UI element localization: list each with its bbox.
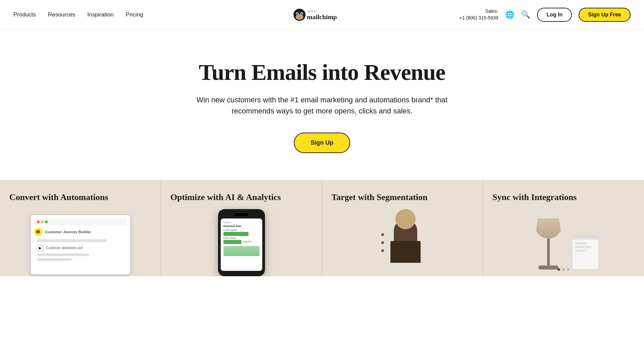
nav-left: Products Resources Inspiration Pricing [13, 11, 143, 18]
feature-ai-analytics: Optimize with AI & Analytics Reports Sea… [161, 180, 322, 276]
nav-item-inspiration[interactable]: Inspiration [87, 11, 113, 18]
nav-item-pricing[interactable]: Pricing [126, 11, 143, 18]
card-mockup [572, 236, 599, 270]
sales-info: Sales: +1 (800) 315-5939 [460, 8, 498, 21]
svg-point-4 [297, 13, 298, 15]
laptop-mockup: M Customer Journey Builder ▶ Customer ab… [30, 214, 131, 275]
carousel-dot-2[interactable] [562, 268, 565, 271]
nav-right: Sales: +1 (800) 315-5939 🌐 🔍 Log In Sign… [460, 8, 631, 22]
hero-subtitle: Win new customers with the #1 email mark… [191, 94, 453, 116]
feature-image-ai: Reports Seasonal Sale 7,326 Opens 4,631 … [170, 209, 312, 276]
feature-title-ai: Optimize with AI & Analytics [170, 192, 312, 202]
carousel-dot-1[interactable] [557, 268, 560, 271]
login-button[interactable]: Log In [537, 8, 572, 22]
cjb-label: Customer Journey Builder [45, 230, 91, 234]
search-icon[interactable]: 🔍 [521, 10, 530, 19]
cart-label: Customer abandons cart [46, 246, 83, 250]
hero-section: Turn Emails into Revenue Win new custome… [0, 30, 644, 180]
mini-chart [223, 246, 260, 256]
feature-segmentation: Target with Segmentation [322, 180, 483, 276]
lamp-mockup [528, 209, 569, 270]
features-section: Convert with Automations M Customer Jour… [0, 180, 644, 276]
phone-clicks: 4,631 Clicks [223, 237, 260, 239]
dot-red [37, 221, 40, 223]
phone-mockup: Reports Seasonal Sale 7,326 Opens 4,631 … [218, 209, 265, 276]
nav-item-products[interactable]: Products [13, 11, 36, 18]
feature-title-integrations: Sync with Integrations [492, 192, 635, 202]
sales-label: Sales: [460, 8, 498, 15]
navbar: Products Resources Inspiration Pricing I… [0, 0, 644, 30]
hero-title: Turn Emails into Revenue [7, 60, 637, 85]
dot-yellow [41, 221, 44, 223]
svg-point-6 [298, 15, 301, 17]
svg-point-5 [301, 13, 303, 15]
dot-green [45, 221, 48, 223]
feature-automations: Convert with Automations M Customer Jour… [0, 180, 161, 276]
phone-opens: 7,326 Opens [223, 229, 260, 231]
carousel-dots [557, 268, 570, 271]
feature-image-integrations [492, 209, 635, 270]
logo[interactable]: INTUIT mailchimp [292, 6, 352, 23]
svg-text:mailchimp: mailchimp [307, 13, 337, 20]
app-icon: M [34, 228, 42, 236]
sales-phone: +1 (800) 315-5939 [460, 15, 498, 21]
svg-text:INTUIT: INTUIT [308, 10, 316, 13]
feature-title-segmentation: Target with Segmentation [331, 192, 473, 202]
nav-item-resources[interactable]: Resources [48, 11, 75, 18]
feature-image-automations: M Customer Journey Builder ▶ Customer ab… [9, 209, 151, 275]
feature-integrations: Sync with Integrations [483, 180, 644, 276]
carousel-dot-3[interactable] [567, 268, 570, 271]
feature-title-automations: Convert with Automations [9, 192, 151, 202]
phone-campaign-label: Seasonal Sale [223, 225, 260, 228]
signup-free-button[interactable]: Sign Up Free [579, 8, 631, 22]
globe-icon[interactable]: 🌐 [505, 10, 514, 19]
phone-pct: + 66.7% [243, 241, 252, 243]
feature-image-segmentation [331, 209, 473, 263]
hero-cta-button[interactable]: Sign Up [294, 133, 350, 153]
